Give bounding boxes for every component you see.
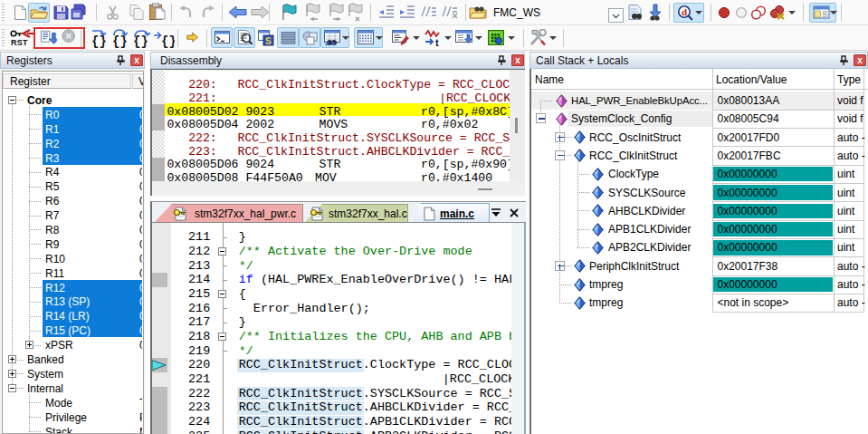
- svg-text:d: d: [682, 6, 687, 17]
- svg-text:t: t: [435, 37, 439, 47]
- svg-text:S: S: [265, 36, 272, 46]
- svg-text:{}: {}: [91, 34, 107, 48]
- svg-text:{}: {}: [133, 34, 148, 48]
- svg-text:{}: {}: [112, 34, 128, 48]
- svg-text:{}: {}: [161, 34, 175, 48]
